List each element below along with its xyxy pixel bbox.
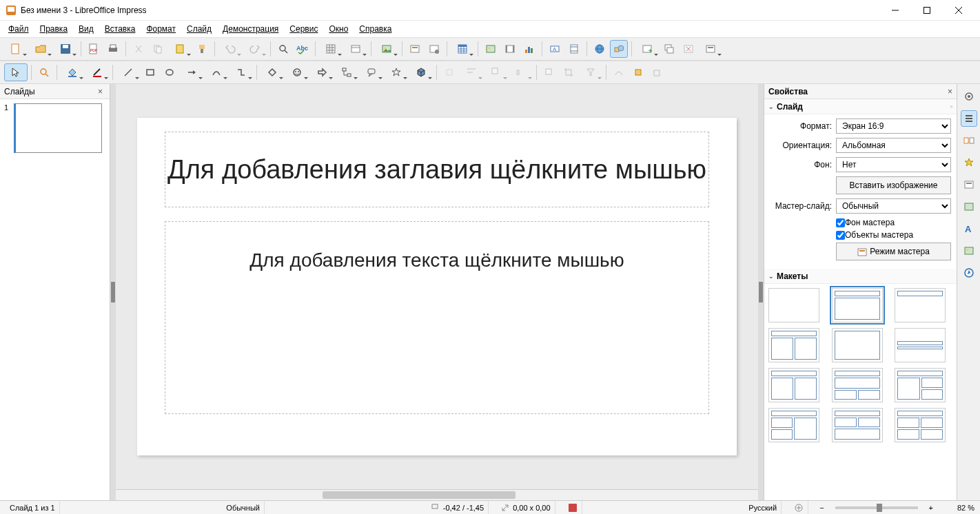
insert-table-button[interactable] — [451, 40, 474, 58]
connector-tool[interactable] — [229, 63, 253, 81]
show-draw-button[interactable] — [610, 40, 628, 58]
new-button[interactable] — [4, 40, 28, 58]
menu-window[interactable]: Окно — [325, 22, 352, 36]
layouts-section-header[interactable]: ⌄ Макеты — [764, 269, 957, 284]
master-obj-checkbox[interactable] — [836, 231, 845, 240]
zoom-slider[interactable] — [835, 506, 918, 509]
horizontal-scrollbar[interactable] — [116, 489, 758, 500]
vertical-splitter-left[interactable] — [110, 84, 116, 500]
display-views-button[interactable] — [344, 40, 367, 58]
menu-slide[interactable]: Слайд — [183, 22, 216, 36]
sidebar-styles-tab[interactable]: A — [961, 220, 977, 237]
status-view-mode[interactable]: Обычный — [222, 501, 265, 514]
slides-panel-close[interactable]: × — [95, 87, 105, 96]
title-placeholder[interactable]: Для добавления заглавия щёлкните мышью — [165, 132, 709, 207]
callouts-tool[interactable] — [360, 63, 383, 81]
line-color-tool[interactable] — [85, 63, 109, 81]
slide-layout-button[interactable] — [699, 40, 722, 58]
gluepoints-tool[interactable] — [629, 63, 647, 81]
menu-insert[interactable]: Вставка — [101, 22, 140, 36]
canvas-viewport[interactable]: Для добавления заглавия щёлкните мышью Д… — [116, 84, 758, 489]
rotate-tool[interactable] — [440, 63, 458, 81]
slide-thumb-1[interactable]: 1 — [4, 103, 105, 153]
maximize-button[interactable] — [911, 0, 943, 21]
sidebar-gallery-tab[interactable] — [961, 198, 977, 215]
status-language[interactable]: Русский — [744, 501, 782, 514]
menu-help[interactable]: Справка — [355, 22, 396, 36]
menu-slideshow[interactable]: Демонстрация — [218, 22, 283, 36]
layout-two-content-header[interactable] — [768, 368, 819, 402]
insert-image-button[interactable]: Вставить изображение — [836, 176, 951, 194]
crop-tool[interactable] — [560, 63, 578, 81]
status-slide-count[interactable]: Слайд 1 из 1 — [6, 501, 60, 514]
slide-section-header[interactable]: ⌄ Слайд ▫ — [764, 99, 957, 114]
close-button[interactable] — [943, 0, 974, 21]
arrange-tool[interactable] — [484, 63, 508, 81]
sidebar-gallery2-tab[interactable] — [961, 243, 977, 259]
menu-format[interactable]: Формат — [142, 22, 180, 36]
format-select[interactable]: Экран 16:9 — [836, 119, 951, 134]
sidebar-properties-tab[interactable] — [961, 110, 977, 127]
menu-tools[interactable]: Сервис — [285, 22, 322, 36]
insert-av-button[interactable] — [501, 40, 519, 58]
display-grid-button[interactable] — [319, 40, 343, 58]
zoom-out-button[interactable]: − — [817, 504, 826, 512]
master-bg-checkbox[interactable] — [836, 218, 845, 227]
orientation-select[interactable]: Альбомная — [836, 138, 951, 153]
arrow-tool[interactable] — [180, 63, 203, 81]
new-slide-button[interactable]: + — [635, 40, 659, 58]
master-select[interactable]: Обычный — [836, 198, 951, 214]
insert-image-button[interactable] — [375, 40, 398, 58]
export-pdf-button[interactable]: PDF — [85, 40, 103, 58]
layout-three-content[interactable] — [895, 368, 946, 402]
minimize-button[interactable] — [879, 0, 911, 21]
points-tool[interactable] — [610, 63, 628, 81]
zoom-in-button[interactable]: + — [926, 504, 936, 512]
zoom-tool[interactable] — [35, 63, 53, 81]
layout-blank[interactable] — [768, 288, 819, 322]
filter-tool[interactable] — [579, 63, 602, 81]
rect-tool[interactable] — [141, 63, 159, 81]
more-options-icon[interactable]: ▫ — [950, 103, 952, 110]
flowchart-tool[interactable] — [335, 63, 358, 81]
copy-button[interactable] — [149, 40, 167, 58]
layout-content-over-two[interactable] — [832, 368, 883, 402]
status-fit-icon[interactable] — [790, 501, 808, 514]
insert-hyperlink-button[interactable] — [591, 40, 609, 58]
block-arrows-tool[interactable] — [310, 63, 334, 81]
layout-four-content[interactable] — [895, 408, 946, 442]
master-mode-button[interactable]: Режим мастера — [836, 243, 951, 260]
stars-tool[interactable] — [385, 63, 408, 81]
basic-shapes-tool[interactable] — [261, 63, 284, 81]
sidebar-master-tab[interactable] — [961, 176, 977, 193]
open-button[interactable] — [29, 40, 52, 58]
slide-properties-button[interactable] — [425, 40, 443, 58]
sidebar-transitions-tab[interactable] — [961, 132, 977, 149]
status-save-icon[interactable] — [564, 501, 582, 514]
spellcheck-button[interactable]: Abc — [294, 40, 312, 58]
cut-button[interactable] — [130, 40, 147, 58]
symbol-shapes-tool[interactable] — [285, 63, 309, 81]
layout-two-over-one[interactable] — [832, 408, 883, 442]
line-tool[interactable] — [116, 63, 140, 81]
sidebar-animation-tab[interactable] — [961, 154, 977, 171]
insert-header-footer-button[interactable] — [565, 40, 583, 58]
master-slide-button[interactable] — [406, 40, 424, 58]
menu-edit[interactable]: Правка — [36, 22, 72, 36]
select-tool[interactable] — [4, 63, 28, 81]
print-button[interactable] — [104, 40, 122, 58]
layout-centered[interactable] — [895, 328, 946, 362]
insert-chart-button[interactable] — [520, 40, 538, 58]
sidebar-navigator-tab[interactable] — [961, 265, 977, 281]
insert-textbox-button[interactable]: A — [546, 40, 564, 58]
slide-canvas[interactable]: Для добавления заглавия щёлкните мышью Д… — [137, 118, 737, 455]
layout-title-content[interactable] — [832, 288, 883, 322]
content-placeholder[interactable]: Для добавления текста щёлкните мышью — [165, 221, 709, 414]
redo-button[interactable] — [243, 40, 267, 58]
background-select[interactable]: Нет — [836, 157, 951, 172]
ellipse-tool[interactable] — [161, 63, 178, 81]
distribute-tool[interactable] — [509, 63, 533, 81]
layout-title-only[interactable] — [895, 288, 946, 322]
menu-file[interactable]: Файл — [4, 22, 33, 36]
layout-three-content-b[interactable] — [768, 408, 819, 442]
